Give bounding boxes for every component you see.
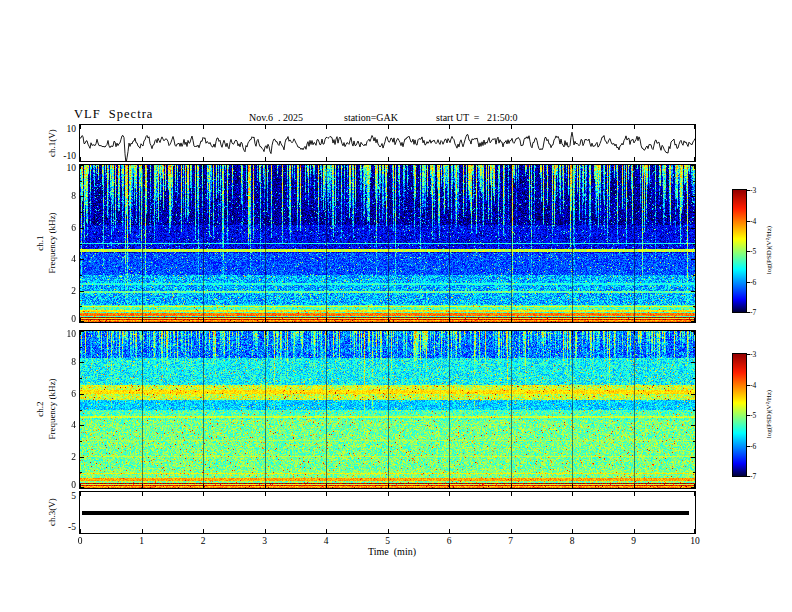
- ch1-spectrogram-canvas: [80, 165, 695, 322]
- x-tick-10: 10: [685, 536, 705, 546]
- colorbar1-tick--4: -4: [750, 217, 766, 227]
- colorbar-tick-mark: [747, 221, 750, 222]
- colorbar-tick-mark: [747, 415, 750, 416]
- ch2-spec-ytick-10: 10: [46, 329, 76, 339]
- ch3-wave-ytick--5: -5: [46, 522, 76, 532]
- ch3-waveform-canvas: [80, 492, 695, 533]
- ch1-spec-ytick-6: 6: [46, 223, 76, 233]
- ch1-frequency-axis-label: Frequency (kHz): [47, 212, 57, 273]
- header-start-ut: start UT = 21:50:0: [436, 112, 518, 123]
- x-tick-0: 0: [70, 536, 90, 546]
- colorbar2-tick--7: -7: [750, 472, 766, 482]
- ch1-spec-ytick-2: 2: [46, 286, 76, 296]
- ch1-spec-ytick-0: 0: [46, 314, 76, 324]
- colorbar2-tick--3: -3: [750, 350, 766, 360]
- x-tick-5: 5: [378, 536, 398, 546]
- ch2-spec-ytick-4: 4: [46, 420, 76, 430]
- colorbar2-tick--5: -5: [750, 411, 766, 421]
- x-tick-7: 7: [501, 536, 521, 546]
- colorbar1-tick--7: -7: [750, 308, 766, 318]
- ch1-voltage-panel: [79, 124, 696, 162]
- header-station: station=GAK: [344, 112, 398, 123]
- colorbar-ch1: [732, 189, 747, 313]
- colorbar-ch2-canvas: [733, 354, 746, 476]
- colorbar1-tick--5: -5: [750, 247, 766, 257]
- ch1-channel-label: ch.1: [35, 235, 45, 250]
- ch3-voltage-panel: [79, 491, 696, 534]
- colorbar-ch1-canvas: [733, 190, 746, 312]
- colorbar-tick-mark: [747, 251, 750, 252]
- ch1-spectrogram-panel: [79, 164, 696, 323]
- colorbar-tick-mark: [747, 190, 750, 191]
- colorbar2-tick--4: -4: [750, 381, 766, 391]
- colorbar-ch2-label: log(PSD)(V²/Hz): [765, 390, 773, 438]
- ch1-spec-ytick-8: 8: [46, 191, 76, 201]
- ch2-spec-ytick-6: 6: [46, 389, 76, 399]
- colorbar-tick-mark: [747, 476, 750, 477]
- ch2-spectrogram-canvas: [80, 331, 695, 488]
- ch2-spectrogram-panel: [79, 330, 696, 489]
- plot-title: VLF Spectra: [74, 107, 153, 122]
- colorbar-ch2: [732, 353, 747, 477]
- ch3-wave-ytick-5: 5: [46, 491, 76, 501]
- colorbar1-tick--3: -3: [750, 186, 766, 196]
- x-tick-9: 9: [624, 536, 644, 546]
- x-tick-8: 8: [562, 536, 582, 546]
- ch1-spec-ytick-4: 4: [46, 254, 76, 264]
- ch1-spec-ytick-10: 10: [46, 163, 76, 173]
- ch1-waveform-canvas: [80, 125, 695, 161]
- x-tick-2: 2: [193, 536, 213, 546]
- ch2-spec-ytick-8: 8: [46, 357, 76, 367]
- colorbar-tick-mark: [747, 312, 750, 313]
- header-date: Nov.6 . 2025: [249, 112, 303, 123]
- ch2-frequency-axis-label: Frequency (kHz): [47, 378, 57, 439]
- ch2-spec-ytick-2: 2: [46, 452, 76, 462]
- x-tick-3: 3: [255, 536, 275, 546]
- ch2-spec-ytick-0: 0: [46, 480, 76, 490]
- vlf-spectra-plot: VLF Spectra Nov.6 . 2025 station=GAK sta…: [0, 0, 792, 612]
- colorbar-tick-mark: [747, 385, 750, 386]
- colorbar-ch1-label: log(PSD)(V²/Hz): [765, 226, 773, 274]
- ch1-wave-ytick--10: -10: [46, 151, 76, 161]
- colorbar-tick-mark: [747, 446, 750, 447]
- x-axis-label: Time (min): [347, 546, 437, 557]
- colorbar-tick-mark: [747, 282, 750, 283]
- ch2-channel-label: ch.2: [35, 401, 45, 416]
- colorbar1-tick--6: -6: [750, 278, 766, 288]
- ch1-wave-ytick-10: 10: [46, 124, 76, 134]
- x-tick-6: 6: [439, 536, 459, 546]
- colorbar-tick-mark: [747, 354, 750, 355]
- x-tick-4: 4: [316, 536, 336, 546]
- colorbar2-tick--6: -6: [750, 442, 766, 452]
- x-tick-1: 1: [132, 536, 152, 546]
